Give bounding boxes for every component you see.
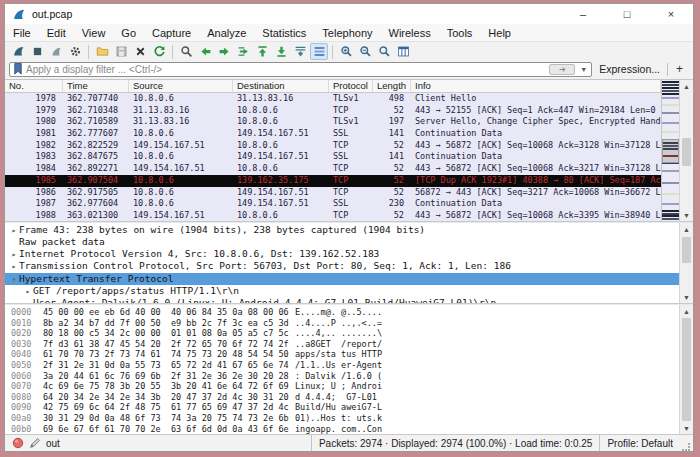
hex-row-00a0[interactable]: 00a030 31 29 0d 0a 48 6f 73 74 3a 20 75 … [11, 413, 679, 424]
detail-line[interactable]: ▸Transmission Control Protocol, Src Port… [5, 260, 679, 272]
menu-go[interactable]: Go [113, 24, 144, 41]
menu-tools[interactable]: Tools [439, 24, 481, 41]
packet-row-1980[interactable]: 1980362.71058931.13.83.1610.8.0.6TLSv119… [5, 116, 661, 128]
scroll-up-icon[interactable]: ▲ [680, 223, 693, 235]
maximize-button[interactable]: □ [605, 4, 649, 24]
go-to-packet-icon[interactable] [234, 43, 252, 60]
bookmark-icon[interactable] [13, 63, 23, 75]
zoom-out-icon[interactable] [356, 43, 374, 60]
hex-row-0070[interactable]: 00704c 69 6e 75 78 3b 20 55 3b 20 41 6e … [11, 381, 679, 392]
expression-button[interactable]: Expression... [596, 63, 663, 75]
resize-grip[interactable] [682, 443, 690, 451]
scroll-down-icon[interactable]: ▼ [680, 422, 693, 434]
reload-icon[interactable] [150, 43, 168, 60]
detail-line[interactable]: ▸GET /report/apps/status HTTP/1.1\r\n [5, 285, 679, 297]
expander-collapsed-icon[interactable]: ▸ [9, 225, 19, 236]
packet-row-1981[interactable]: 1981362.77760710.8.0.6149.154.167.51SSL1… [5, 128, 661, 140]
column-header-protocol[interactable]: Protocol [329, 80, 373, 92]
menu-view[interactable]: View [74, 24, 114, 41]
packet-row-1984[interactable]: 1984362.892271149.154.167.5110.8.0.6TCP5… [5, 163, 661, 175]
filter-dropdown-caret[interactable]: ▼ [578, 66, 589, 73]
packet-list-scrollbar[interactable]: ▲ ▼ [679, 80, 693, 221]
start-capture-icon[interactable] [9, 43, 27, 60]
scroll-down-icon[interactable]: ▼ [680, 291, 693, 303]
restart-capture-icon[interactable] [47, 43, 65, 60]
hex-row-0040[interactable]: 004061 70 70 73 2f 73 74 61 74 75 73 20 … [11, 349, 679, 360]
column-header-length[interactable]: Length [373, 80, 411, 92]
expander-expanded-icon[interactable]: ▾ [9, 274, 19, 285]
close-button[interactable]: × [649, 4, 693, 24]
packet-row-1983[interactable]: 1983362.84767510.8.0.6149.154.167.51SSL1… [5, 151, 661, 163]
menu-file[interactable]: File [5, 24, 39, 41]
packet-row-1978[interactable]: 1978362.70774010.8.0.631.13.83.16TLSv149… [5, 93, 661, 105]
packet-row-1985[interactable]: 1985362.90750410.8.0.6139.162.35.175TCP5… [5, 175, 661, 187]
capture-comment-icon[interactable] [29, 437, 41, 449]
bytes-scrollbar[interactable]: ▲ ▼ [679, 305, 693, 434]
menu-capture[interactable]: Capture [144, 24, 199, 41]
hex-row-0030[interactable]: 00307f d3 61 38 47 45 54 20 2f 72 65 70 … [11, 339, 679, 350]
bytes-scroll-thumb[interactable] [682, 318, 691, 421]
display-filter-box[interactable]: ➜ ▼ [9, 62, 592, 77]
open-file-icon[interactable] [93, 43, 111, 60]
close-file-icon[interactable] [131, 43, 149, 60]
zoom-original-icon[interactable] [375, 43, 393, 60]
scroll-up-icon[interactable]: ▲ [680, 305, 693, 317]
packet-row-1987[interactable]: 1987362.97760410.8.0.6149.154.167.51SSL2… [5, 198, 661, 210]
profile-label[interactable]: Profile: Default [599, 435, 680, 451]
capture-options-icon[interactable] [66, 43, 84, 60]
expander-collapsed-icon[interactable]: ▸ [23, 286, 33, 297]
detail-line[interactable]: Raw packet data [5, 236, 679, 247]
expander-collapsed-icon[interactable]: ▸ [9, 249, 19, 260]
hex-row-0080[interactable]: 008064 20 34 2e 34 2e 34 3b 20 47 37 2d … [11, 392, 679, 403]
packet-row-1986[interactable]: 1986362.91750510.8.0.6149.154.167.51TCP5… [5, 187, 661, 199]
detail-line[interactable]: ▾Hypertext Transfer Protocol [5, 273, 679, 285]
expert-info-icon[interactable] [12, 437, 24, 449]
minimize-button[interactable]: – [561, 4, 605, 24]
menu-wireless[interactable]: Wireless [381, 24, 439, 41]
hex-row-00b0[interactable]: 00b069 6e 67 6f 61 70 70 2e 63 6f 6d 0d … [11, 424, 679, 434]
go-forward-icon[interactable] [215, 43, 233, 60]
details-scroll-thumb[interactable] [682, 237, 691, 263]
hex-row-0010[interactable]: 00108b a2 34 b7 dd 7f 00 50 e9 bb 2c 7f … [11, 318, 679, 329]
hex-row-0060[interactable]: 00603a 20 44 61 6c 76 69 6b 2f 31 2e 36 … [11, 371, 679, 382]
column-header-source[interactable]: Source [129, 80, 233, 92]
display-filter-input[interactable] [26, 63, 546, 75]
apply-filter-button[interactable]: ➜ [549, 64, 575, 75]
scroll-down-icon[interactable]: ▼ [680, 209, 693, 221]
packet-list-scroll-thumb[interactable] [682, 138, 691, 166]
scroll-up-icon[interactable]: ▲ [680, 80, 693, 92]
column-header-no[interactable]: No. [5, 80, 63, 92]
find-packet-icon[interactable] [177, 43, 195, 60]
menu-help[interactable]: Help [480, 24, 519, 41]
detail-line[interactable]: ▸Internet Protocol Version 4, Src: 10.8.… [5, 248, 679, 260]
minimap-thumb[interactable] [662, 139, 679, 163]
packet-row-1988[interactable]: 1988363.021300149.154.167.5110.8.0.6TCP5… [5, 210, 661, 221]
details-scrollbar[interactable]: ▲ ▼ [679, 223, 693, 303]
detail-line[interactable]: ▸Frame 43: 238 bytes on wire (1904 bits)… [5, 224, 679, 236]
save-file-icon[interactable] [112, 43, 130, 60]
hex-row-0090[interactable]: 009042 75 69 6c 64 2f 48 75 61 77 65 69 … [11, 402, 679, 413]
go-first-packet-icon[interactable] [253, 43, 271, 60]
packet-row-1979[interactable]: 1979362.71034831.13.83.1610.8.0.6TCP5244… [5, 105, 661, 117]
column-header-destination[interactable]: Destination [233, 80, 329, 92]
auto-scroll-icon[interactable] [291, 43, 309, 60]
add-filter-button[interactable]: + [672, 62, 689, 76]
zoom-in-icon[interactable] [337, 43, 355, 60]
stop-capture-icon[interactable] [28, 43, 46, 60]
go-last-packet-icon[interactable] [272, 43, 290, 60]
hex-row-0020[interactable]: 002080 18 00 c5 34 2c 00 00 01 01 08 0a … [11, 328, 679, 339]
expander-collapsed-icon[interactable]: ▸ [9, 261, 19, 272]
colorize-icon[interactable] [310, 43, 328, 60]
intelligent-scrollbar-minimap[interactable] [661, 80, 679, 221]
column-header-time[interactable]: Time [63, 80, 129, 92]
go-back-icon[interactable] [196, 43, 214, 60]
menu-telephony[interactable]: Telephony [314, 24, 380, 41]
column-header-info[interactable]: Info [411, 80, 661, 92]
hex-row-0000[interactable]: 000045 00 00 ee eb 6d 40 00 40 06 84 35 … [11, 307, 679, 318]
packet-row-1982[interactable]: 1982362.822529149.154.167.5110.8.0.6TCP5… [5, 140, 661, 152]
menu-analyze[interactable]: Analyze [199, 24, 254, 41]
resize-columns-icon[interactable] [394, 43, 412, 60]
menu-edit[interactable]: Edit [39, 24, 74, 41]
hex-row-0050[interactable]: 00502f 31 2e 31 0d 0a 55 73 65 72 2d 41 … [11, 360, 679, 371]
menu-statistics[interactable]: Statistics [254, 24, 314, 41]
